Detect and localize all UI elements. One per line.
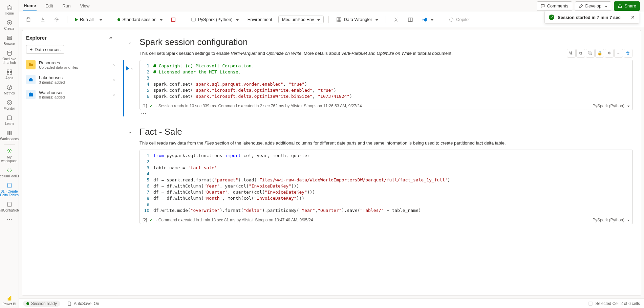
nav-learn[interactable]: Learn (0, 112, 19, 128)
tab-home[interactable]: Home (23, 1, 37, 11)
svg-rect-21 (7, 202, 11, 207)
divider (328, 16, 329, 23)
cell-md-button[interactable]: M↓ (567, 49, 576, 58)
svg-point-4 (7, 51, 12, 52)
nav-create[interactable]: Create (0, 17, 19, 32)
svg-rect-1 (7, 36, 12, 37)
line-gutter: 12345678910 (140, 150, 153, 216)
cell-freeze-button[interactable]: ❄ (605, 49, 614, 58)
svg-point-11 (8, 102, 10, 104)
svg-rect-26 (191, 18, 195, 21)
nav-home[interactable]: Home (0, 2, 19, 17)
explorer-item-lakehouses[interactable]: Lakehouses3 item(s) added › (22, 72, 119, 87)
tab-view[interactable]: View (79, 1, 90, 10)
divider (183, 16, 183, 23)
collapse-cell-icon[interactable]: ⌄ (128, 40, 132, 45)
left-nav-rail: Home Create Browse OneLake data hub Apps… (0, 0, 19, 308)
svg-rect-20 (7, 183, 11, 188)
nav-browse[interactable]: Browse (0, 32, 19, 48)
toast-close[interactable]: ✕ (631, 15, 635, 20)
session-status[interactable]: Session ready (23, 301, 60, 307)
lakehouse-icon (26, 75, 36, 84)
chevron-right-icon: › (113, 77, 115, 82)
language-selector[interactable]: PySpark (Python) (188, 16, 241, 24)
data-sources-button[interactable]: +Data sources (26, 45, 64, 54)
nav-notebook-1[interactable]: 01 - Create Delta Tables (0, 180, 19, 199)
nav-onelake[interactable]: OneLake data hub (0, 48, 19, 67)
run-all-button[interactable]: Run all (72, 16, 105, 23)
svg-point-25 (56, 19, 58, 20)
run-cell-icon[interactable] (126, 66, 129, 70)
cell-more-button[interactable]: ⋯ (614, 49, 623, 58)
tab-edit[interactable]: Edit (45, 1, 53, 10)
md2-title: Fact - Sale (139, 127, 633, 137)
cell-menu-icon[interactable]: ⌄ (131, 66, 134, 70)
ribbon-tabs: Home Edit Run View Comments Develop Shar… (19, 0, 644, 12)
cell-toolbar: M↓ ⧉ ⿻ 🔒 ❄ ⋯ 🗑 (567, 49, 632, 58)
nav-apps[interactable]: Apps (0, 67, 19, 82)
copilot-button[interactable]: Copilot (446, 16, 472, 24)
share-button[interactable]: Share (614, 1, 640, 11)
data-wrangler-button[interactable]: Data Wrangler (334, 16, 381, 24)
stop-button[interactable] (169, 16, 178, 23)
svg-rect-5 (7, 70, 9, 71)
develop-button[interactable]: Develop (575, 1, 611, 11)
chevron-right-icon: › (113, 62, 115, 67)
markdown-cell-2[interactable]: Fact - Sale This cell reads raw data fro… (123, 127, 633, 146)
code-cell-2[interactable]: 12345678910 from pyspark.sql.functions i… (139, 150, 633, 224)
variables-button[interactable] (391, 16, 402, 24)
settings-button[interactable] (51, 16, 62, 24)
status-dot-icon (117, 18, 120, 21)
md1-title: Spark session configuration (139, 37, 633, 47)
nav-more[interactable]: ⋯ (0, 214, 19, 226)
svg-point-10 (7, 100, 12, 105)
collapse-cell-icon[interactable]: ⌄ (128, 129, 132, 134)
nav-mediumpool[interactable]: MediumPoolEnv (0, 165, 19, 180)
save-button[interactable] (23, 16, 34, 24)
divider (386, 16, 386, 23)
code-content[interactable]: from pyspark.sql.functions import col, y… (153, 150, 632, 216)
explorer-item-resources[interactable]: ResourcesUploaded data and files › (22, 57, 119, 72)
svg-rect-22 (7, 298, 8, 301)
svg-rect-13 (7, 131, 9, 133)
svg-rect-16 (9, 133, 12, 135)
chevron-right-icon: › (113, 92, 115, 97)
session-selector[interactable]: Standard session (115, 16, 165, 23)
layout-button[interactable] (405, 16, 416, 24)
code-cell-1[interactable]: ⌄ M↓ ⧉ ⿻ 🔒 ❄ ⋯ 🗑 123456 (123, 60, 633, 116)
nav-powerbi[interactable]: Power BI (0, 293, 19, 308)
comments-button[interactable]: Comments (537, 1, 572, 11)
vscode-button[interactable] (419, 16, 436, 24)
notebook-editor[interactable]: ⌄ Spark session configuration This cell … (119, 30, 641, 296)
add-cell-button[interactable]: ⋯ (141, 110, 633, 116)
code-content[interactable]: # Copyright (c) Microsoft Corporation. #… (153, 60, 632, 102)
cell-lock-button[interactable]: 🔒 (595, 49, 604, 58)
nav-my-workspace[interactable]: My workspace (0, 146, 19, 165)
markdown-cell-1[interactable]: Spark session configuration This cell se… (123, 37, 633, 56)
svg-rect-27 (337, 18, 341, 22)
check-icon: ✓ (549, 15, 554, 20)
autosave-status[interactable]: AutoSave: On (67, 301, 99, 306)
md2-body: This cell reads raw data from the Files … (139, 140, 633, 146)
svg-rect-30 (589, 302, 592, 305)
cell-delete-button[interactable]: 🗑 (624, 49, 632, 58)
cell-duplicate-button[interactable]: ⿻ (586, 49, 595, 58)
divider (110, 16, 110, 23)
download-button[interactable] (37, 16, 48, 24)
tab-run[interactable]: Run (62, 1, 71, 10)
nav-notebook-2[interactable]: OptimalConfigNotebook (0, 199, 19, 214)
cell-copy-button[interactable]: ⧉ (576, 49, 585, 58)
environment-selector[interactable]: MediumPoolEnv (278, 16, 324, 23)
folder-icon (26, 60, 36, 69)
collapse-explorer-icon[interactable]: « (107, 34, 115, 42)
explorer-item-warehouses[interactable]: Warehouses0 item(s) added › (22, 87, 119, 102)
nav-workspaces[interactable]: Workspaces (0, 128, 19, 143)
success-icon: ✓ (150, 104, 153, 108)
cell-status-bar: [2] ✓ - Command executed in 1 min 18 sec… (140, 216, 632, 224)
environment-label: Environment (245, 16, 275, 23)
nav-metrics[interactable]: Metrics (0, 82, 19, 97)
svg-rect-2 (7, 38, 12, 39)
svg-point-19 (8, 152, 10, 153)
svg-rect-14 (9, 131, 12, 133)
nav-monitor[interactable]: Monitor (0, 97, 19, 112)
